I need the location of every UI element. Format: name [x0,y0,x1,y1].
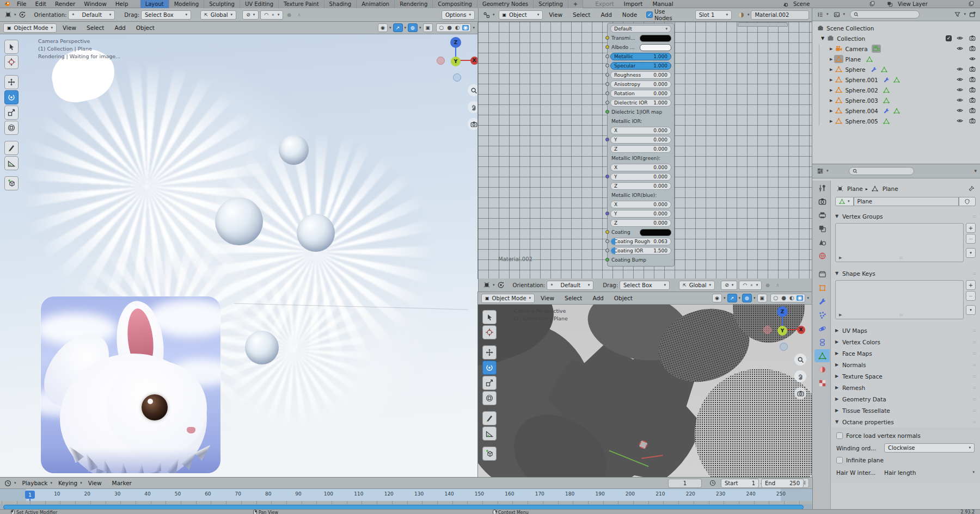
outliner-item-camera[interactable]: ▶Camera [816,44,980,54]
viewport2-move-tool[interactable] [482,345,497,360]
viewport1-mode-dropdown[interactable]: ▣Object Mode▾ [3,23,57,33]
viewport1-cursor-tool[interactable] [4,55,19,69]
node-row-coating[interactable]: Coating [610,228,671,236]
new-view-layer-icon[interactable] [966,0,976,8]
color-swatch[interactable] [640,35,671,42]
vertex-groups-add-button[interactable]: + [966,223,976,233]
disclosure-triangle-icon[interactable]: ▶ [830,47,832,51]
manual-button[interactable]: Manual [648,0,677,8]
use-nodes-checkbox[interactable]: ✓ [646,11,653,18]
panel-geometry-data[interactable]: ▶Geometry Data:::: [831,393,980,405]
disclosure-triangle-icon[interactable]: ▶ [830,67,832,72]
node-menu-view[interactable]: View [544,11,567,18]
viewport2-rotate-tool[interactable] [482,361,497,375]
export-button[interactable]: Export [591,0,618,8]
disclosure-triangle-icon[interactable]: ▶ [830,98,832,103]
pin-icon[interactable] [966,184,976,193]
add-workspace-button[interactable]: + [568,0,583,8]
panel-shape-keys[interactable]: ▼Shape Keys:::: [831,268,980,279]
properties-tab-render[interactable] [814,195,830,208]
disclosure-triangle-icon[interactable]: ▶ [830,119,832,123]
viewport2-select-visibility-icon[interactable]: ◉ [712,294,722,302]
viewport1-zoom-button[interactable] [468,84,478,96]
infinite-plane-checkbox[interactable] [836,457,843,463]
topbar-menu-file[interactable]: File [13,0,31,8]
viewport2-menu-add[interactable]: Add [588,294,608,302]
proportional-editing-dropdown[interactable]: ◠⚬▾ [739,281,762,290]
node-row-albedo-[interactable]: Albedo ... [610,44,671,51]
workspace-tab-uv-editing[interactable]: UV Editing [240,0,279,8]
viewport1-material-shading-icon[interactable]: ◐ [454,25,461,30]
viewport-3d-main[interactable]: ▣Object Mode▾ViewSelectAddObject◉▾↗▾◍▾▣○… [0,22,478,478]
node-menu-select[interactable]: Select [568,11,595,18]
node-row-coating-ior[interactable]: Coating IOR1.500 [610,247,671,255]
node-row-metallic[interactable]: Metallic1.000 [610,53,671,60]
blender-logo-icon[interactable] [2,0,11,8]
disclosure-triangle-icon[interactable]: ▶ [830,109,832,113]
viewport2-add-cube-tool[interactable] [482,447,497,461]
viewport2-menu-select[interactable]: Select [560,294,586,302]
workspace-tab-rendering[interactable]: Rendering [395,0,433,8]
viewport1-pan-button[interactable] [468,101,478,113]
disable-in-render-icon[interactable] [967,117,977,126]
viewport2-camera-view-button[interactable] [794,387,806,399]
node-row-anisotropy[interactable]: Anisotropy0.000 [610,80,671,88]
viewport1-menu-object[interactable]: Object [132,24,159,32]
properties-editor[interactable]: ▾ ▾ Plane▸Plane▾Plane▼Vertex Groups::::▶… [812,164,980,509]
viewport1-solid-shading-icon[interactable]: ● [446,25,453,30]
topbar-menu-help[interactable]: Help [111,0,133,8]
viewport2-material-shading-icon[interactable]: ◐ [788,295,795,301]
winding-order-dropdown[interactable]: Clockwise▾ [884,443,975,453]
node-row-metallic-ior-[interactable]: Metallic IOR: [610,117,671,125]
panel-remesh[interactable]: ▶Remesh:::: [831,382,980,393]
node-row-y[interactable]: Y0.000 [610,210,671,218]
workspace-tab-animation[interactable]: Animation [357,0,395,8]
disable-in-render-icon[interactable] [967,65,977,74]
disable-in-render-icon[interactable] [967,76,977,84]
outliner-item-sphere.003[interactable]: ▶Sphere.003 [816,95,980,106]
properties-tab-constraints[interactable] [814,336,830,349]
node-row-specular[interactable]: Specular1.000 [610,62,671,70]
viewport1-axis-x[interactable]: X [470,57,479,65]
node-row-z[interactable]: Z0.000 [610,219,671,227]
shape-keys-list[interactable]: ▶:::: [835,280,964,319]
properties-tab-material[interactable] [814,363,830,376]
scene-selector[interactable]: Scene [793,1,864,7]
properties-tab-object[interactable] [814,281,830,294]
outliner-item-sphere.004[interactable]: ▶Sphere.004 [816,106,980,116]
topbar-menu-render[interactable]: Render [51,0,79,8]
viewport1-select-visibility-icon[interactable]: ◉ [378,23,388,32]
viewport2-mode-dropdown[interactable]: ▣Object Mode▾ [481,294,535,303]
snap-dropdown[interactable]: ⊘▾ [721,281,737,290]
node-row-dielectric-1-ior-map[interactable]: Dielectric 1|IOR map [610,108,671,116]
material-name-field[interactable]: Material.002 [751,10,809,20]
panel-vertex-groups[interactable]: ▼Vertex Groups:::: [831,210,980,222]
fake-user-shield-button[interactable] [959,197,976,206]
hide-in-viewport-icon[interactable] [955,65,964,74]
filter-icon[interactable] [953,10,962,18]
hide-in-viewport-icon[interactable] [967,55,977,64]
viewport2-overlays-toggle-icon[interactable]: ◍ [742,294,752,302]
properties-icon[interactable] [816,167,825,175]
snap-dropdown[interactable]: ⊘▾ [242,10,259,20]
properties-tab-output[interactable] [814,208,830,221]
shape-keys-remove-button[interactable]: − [966,291,976,301]
node-editor-type-icon[interactable] [482,11,491,19]
panel-vertex-colors[interactable]: ▶Vertex Colors:::: [831,336,980,348]
transform-orientation-dropdown[interactable]: ⇱Global▾ [679,281,715,290]
shape-keys-specials-button[interactable]: ▾ [966,305,976,315]
end-frame-field[interactable]: End250 [761,479,804,488]
viewport2-axis-x[interactable]: X [797,326,805,334]
viewport1-axis-z[interactable]: Z [450,37,461,48]
panel-normals[interactable]: ▶Normals:::: [831,359,980,370]
viewport1-menu-select[interactable]: Select [82,24,108,32]
viewport2-solid-shading-icon[interactable]: ● [780,295,787,301]
node-row-y[interactable]: Y0.000 [610,136,671,144]
node-row-coating-bump[interactable]: Coating Bump [610,256,671,264]
viewport1-scale-tool[interactable] [4,106,19,120]
viewport2-zoom-button[interactable] [794,354,806,366]
workspace-tab-layout[interactable]: Layout [140,0,169,8]
properties-tab-tool[interactable] [814,181,830,194]
panel-face-maps[interactable]: ▶Face Maps:::: [831,348,980,359]
shader-type-dropdown[interactable]: ▣Object▾ [499,10,543,20]
